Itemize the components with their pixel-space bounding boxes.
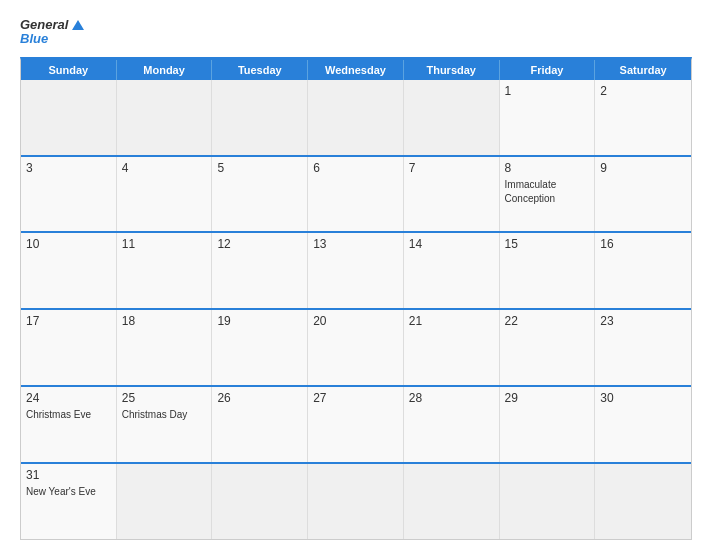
- day-number: 15: [505, 237, 590, 251]
- calendar-cell: 26: [212, 387, 308, 462]
- calendar-cell: 12: [212, 233, 308, 308]
- calendar-cell: 23: [595, 310, 691, 385]
- calendar-cell: 15: [500, 233, 596, 308]
- day-number: 13: [313, 237, 398, 251]
- day-number: 18: [122, 314, 207, 328]
- day-number: 10: [26, 237, 111, 251]
- calendar-cell: 6: [308, 157, 404, 232]
- calendar-cell: [595, 464, 691, 539]
- day-header-saturday: Saturday: [595, 60, 691, 80]
- day-number: 4: [122, 161, 207, 175]
- calendar-row-0: 12: [21, 80, 691, 157]
- day-number: 27: [313, 391, 398, 405]
- calendar-cell: 1: [500, 80, 596, 155]
- calendar-cell: 13: [308, 233, 404, 308]
- calendar-cell: [212, 464, 308, 539]
- logo-blue: Blue: [20, 32, 48, 46]
- day-number: 14: [409, 237, 494, 251]
- day-number: 2: [600, 84, 686, 98]
- calendar-row-4: 24Christmas Eve25Christmas Day2627282930: [21, 387, 691, 464]
- calendar-cell: [404, 80, 500, 155]
- holiday-name: Christmas Eve: [26, 409, 91, 420]
- calendar-cell: [308, 80, 404, 155]
- day-header-thursday: Thursday: [404, 60, 500, 80]
- calendar-cell: 10: [21, 233, 117, 308]
- calendar-cell: 31New Year's Eve: [21, 464, 117, 539]
- calendar-cell: 28: [404, 387, 500, 462]
- calendar-cell: 5: [212, 157, 308, 232]
- day-number: 19: [217, 314, 302, 328]
- day-number: 30: [600, 391, 686, 405]
- calendar-cell: 16: [595, 233, 691, 308]
- calendar-cell: [212, 80, 308, 155]
- day-number: 22: [505, 314, 590, 328]
- day-number: 29: [505, 391, 590, 405]
- calendar-cell: 22: [500, 310, 596, 385]
- day-number: 31: [26, 468, 111, 482]
- header: General Blue: [20, 18, 692, 47]
- day-number: 16: [600, 237, 686, 251]
- day-number: 8: [505, 161, 590, 175]
- calendar-cell: 7: [404, 157, 500, 232]
- calendar-cell: 27: [308, 387, 404, 462]
- day-number: 12: [217, 237, 302, 251]
- day-number: 24: [26, 391, 111, 405]
- day-number: 17: [26, 314, 111, 328]
- calendar-body: 12345678ImmaculateConception910111213141…: [21, 80, 691, 539]
- day-header-friday: Friday: [500, 60, 596, 80]
- calendar-cell: 8ImmaculateConception: [500, 157, 596, 232]
- calendar-row-3: 17181920212223: [21, 310, 691, 387]
- calendar-cell: [308, 464, 404, 539]
- calendar-cell: 24Christmas Eve: [21, 387, 117, 462]
- calendar-cell: 21: [404, 310, 500, 385]
- day-number: 25: [122, 391, 207, 405]
- calendar-cell: 4: [117, 157, 213, 232]
- day-number: 26: [217, 391, 302, 405]
- logo-general: General: [20, 18, 68, 32]
- day-number: 11: [122, 237, 207, 251]
- calendar: SundayMondayTuesdayWednesdayThursdayFrid…: [20, 57, 692, 540]
- calendar-cell: [117, 80, 213, 155]
- day-number: 6: [313, 161, 398, 175]
- calendar-cell: [404, 464, 500, 539]
- calendar-cell: 30: [595, 387, 691, 462]
- day-number: 28: [409, 391, 494, 405]
- day-number: 9: [600, 161, 686, 175]
- day-header-sunday: Sunday: [21, 60, 117, 80]
- holiday-name: New Year's Eve: [26, 486, 96, 497]
- holiday-name: ImmaculateConception: [505, 179, 557, 204]
- holiday-name: Christmas Day: [122, 409, 188, 420]
- calendar-cell: 20: [308, 310, 404, 385]
- calendar-cell: 2: [595, 80, 691, 155]
- day-number: 5: [217, 161, 302, 175]
- day-header-tuesday: Tuesday: [212, 60, 308, 80]
- day-number: 1: [505, 84, 590, 98]
- calendar-cell: 17: [21, 310, 117, 385]
- calendar-cell: 9: [595, 157, 691, 232]
- calendar-cell: 3: [21, 157, 117, 232]
- calendar-cell: 25Christmas Day: [117, 387, 213, 462]
- calendar-cell: 29: [500, 387, 596, 462]
- calendar-row-1: 345678ImmaculateConception9: [21, 157, 691, 234]
- day-header-wednesday: Wednesday: [308, 60, 404, 80]
- day-number: 7: [409, 161, 494, 175]
- calendar-cell: [117, 464, 213, 539]
- day-number: 20: [313, 314, 398, 328]
- day-headers: SundayMondayTuesdayWednesdayThursdayFrid…: [21, 60, 691, 80]
- day-number: 3: [26, 161, 111, 175]
- calendar-cell: [500, 464, 596, 539]
- logo-triangle-icon: [72, 20, 84, 30]
- day-header-monday: Monday: [117, 60, 213, 80]
- calendar-cell: 19: [212, 310, 308, 385]
- calendar-cell: 11: [117, 233, 213, 308]
- day-number: 23: [600, 314, 686, 328]
- calendar-row-2: 10111213141516: [21, 233, 691, 310]
- calendar-page: General Blue SundayMondayTuesdayWednesda…: [0, 0, 712, 550]
- calendar-cell: [21, 80, 117, 155]
- calendar-row-5: 31New Year's Eve: [21, 464, 691, 539]
- day-number: 21: [409, 314, 494, 328]
- logo: General Blue: [20, 18, 84, 47]
- calendar-cell: 18: [117, 310, 213, 385]
- calendar-cell: 14: [404, 233, 500, 308]
